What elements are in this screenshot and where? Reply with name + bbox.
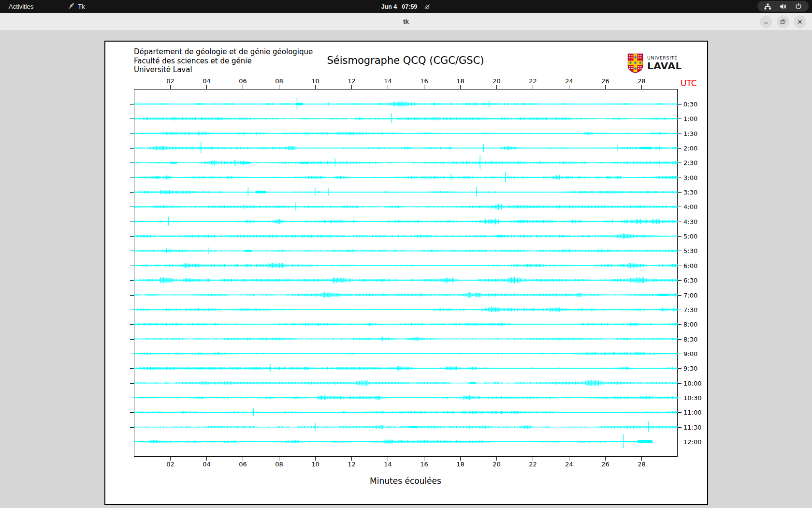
window-title: tk	[0, 13, 812, 30]
svg-text:5:30: 5:30	[683, 247, 697, 254]
svg-text:22: 22	[529, 461, 537, 468]
svg-text:9:00: 9:00	[683, 350, 697, 358]
svg-text:6:30: 6:30	[683, 277, 697, 284]
seismogram-plot: 0202040406060808101012121414161618182020…	[105, 42, 707, 504]
svg-text:20: 20	[493, 77, 501, 85]
svg-text:18: 18	[456, 77, 464, 85]
svg-text:18: 18	[456, 461, 464, 468]
svg-text:04: 04	[203, 461, 211, 468]
svg-text:0:30: 0:30	[683, 101, 697, 108]
svg-text:12: 12	[348, 461, 356, 468]
svg-text:2:00: 2:00	[683, 145, 697, 152]
volume-icon	[780, 3, 787, 10]
svg-text:26: 26	[601, 77, 609, 85]
seismograph-figure: Département de géologie et de génie géol…	[104, 41, 708, 505]
svg-text:02: 02	[166, 77, 174, 85]
svg-text:08: 08	[275, 461, 283, 468]
svg-text:3:30: 3:30	[683, 189, 697, 196]
svg-text:28: 28	[638, 77, 646, 85]
x-axis-title: Minutes écoulées	[261, 476, 551, 486]
svg-text:6:00: 6:00	[683, 262, 697, 269]
svg-text:28: 28	[638, 461, 646, 468]
svg-text:10:00: 10:00	[683, 380, 701, 387]
svg-text:1:00: 1:00	[683, 115, 697, 122]
clock-date: Jun 4	[381, 3, 397, 10]
svg-text:1:30: 1:30	[683, 130, 697, 137]
wired-network-icon	[764, 3, 771, 10]
svg-text:4:30: 4:30	[683, 218, 697, 225]
svg-text:10: 10	[311, 77, 319, 85]
svg-text:26: 26	[601, 461, 609, 468]
svg-text:11:30: 11:30	[683, 424, 701, 431]
power-icon	[795, 3, 802, 10]
svg-text:10:30: 10:30	[683, 394, 701, 402]
svg-text:06: 06	[239, 461, 247, 468]
svg-text:22: 22	[529, 77, 537, 85]
svg-text:12:00: 12:00	[683, 438, 701, 446]
svg-text:04: 04	[203, 77, 211, 85]
svg-text:7:00: 7:00	[683, 292, 697, 299]
svg-text:8:00: 8:00	[683, 321, 697, 328]
svg-text:4:00: 4:00	[683, 203, 697, 210]
svg-text:9:30: 9:30	[683, 365, 697, 372]
svg-text:02: 02	[166, 461, 174, 468]
svg-text:14: 14	[384, 461, 392, 468]
minimize-button[interactable]	[760, 15, 772, 28]
svg-text:3:00: 3:00	[683, 174, 697, 181]
notifications-muted-icon	[424, 3, 431, 10]
svg-text:16: 16	[420, 461, 428, 468]
svg-text:8:30: 8:30	[683, 336, 697, 343]
top-bar: Activities Tk Jun 4 07:59	[0, 0, 812, 13]
clock-menu[interactable]: Jun 4 07:59	[0, 0, 812, 13]
clock-time: 07:59	[402, 3, 417, 10]
svg-text:24: 24	[565, 461, 573, 468]
svg-text:2:30: 2:30	[683, 159, 697, 166]
svg-text:06: 06	[239, 77, 247, 85]
svg-text:08: 08	[275, 77, 283, 85]
maximize-button[interactable]	[777, 15, 789, 28]
svg-text:20: 20	[493, 461, 501, 468]
svg-text:24: 24	[565, 77, 573, 85]
svg-text:11:00: 11:00	[683, 409, 701, 416]
system-status-menu[interactable]	[757, 1, 809, 12]
svg-text:5:00: 5:00	[683, 233, 697, 240]
svg-text:7:30: 7:30	[683, 306, 697, 314]
window-content: Département de géologie et de génie géol…	[0, 30, 812, 508]
close-button[interactable]	[794, 15, 806, 28]
desktop: Activities Tk Jun 4 07:59	[0, 0, 812, 508]
svg-text:10: 10	[311, 461, 319, 468]
svg-text:16: 16	[420, 77, 428, 85]
window-titlebar[interactable]: tk	[0, 13, 812, 30]
svg-text:12: 12	[348, 77, 356, 85]
svg-text:14: 14	[384, 77, 392, 85]
